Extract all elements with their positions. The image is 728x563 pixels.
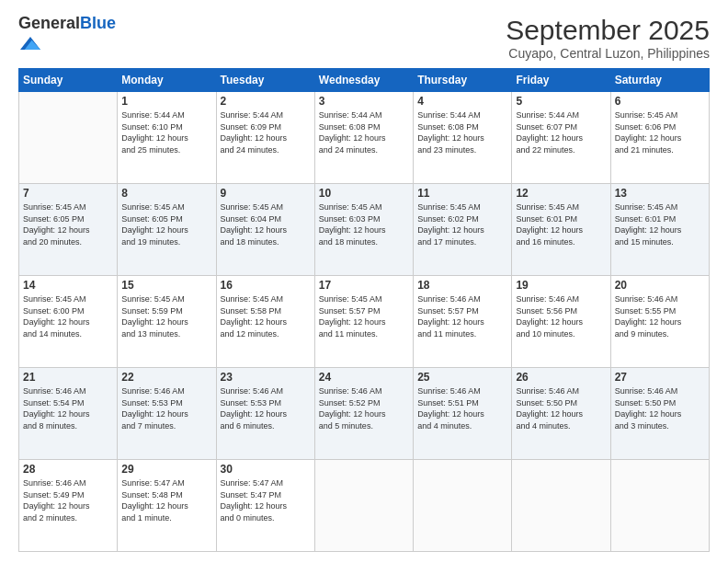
calendar-week-row: 21Sunrise: 5:46 AM Sunset: 5:54 PM Dayli… — [19, 368, 710, 460]
table-row: 10Sunrise: 5:45 AM Sunset: 6:03 PM Dayli… — [314, 184, 413, 276]
day-number: 16 — [221, 279, 311, 292]
day-number: 4 — [417, 95, 507, 108]
col-sunday: Sunday — [19, 69, 118, 92]
calendar-header-row: Sunday Monday Tuesday Wednesday Thursday… — [19, 69, 710, 92]
title-block: September 2025 Cuyapo, Central Luzon, Ph… — [506, 15, 710, 61]
header: GeneralBlue September 2025 Cuyapo, Centr… — [18, 15, 710, 61]
day-number: 25 — [417, 371, 507, 384]
table-row: 25Sunrise: 5:46 AM Sunset: 5:51 PM Dayli… — [414, 368, 512, 460]
table-row: 26Sunrise: 5:46 AM Sunset: 5:50 PM Dayli… — [512, 368, 610, 460]
calendar-table: Sunday Monday Tuesday Wednesday Thursday… — [18, 68, 710, 552]
logo-general: General — [18, 14, 80, 32]
table-row — [19, 92, 118, 184]
table-row — [314, 460, 413, 552]
day-info: Sunrise: 5:46 AM Sunset: 5:53 PM Dayligh… — [221, 385, 311, 431]
table-row: 21Sunrise: 5:46 AM Sunset: 5:54 PM Dayli… — [19, 368, 118, 460]
day-info: Sunrise: 5:44 AM Sunset: 6:08 PM Dayligh… — [417, 109, 507, 155]
table-row: 7Sunrise: 5:45 AM Sunset: 6:05 PM Daylig… — [19, 184, 118, 276]
table-row: 28Sunrise: 5:46 AM Sunset: 5:49 PM Dayli… — [19, 460, 118, 552]
table-row: 3Sunrise: 5:44 AM Sunset: 6:08 PM Daylig… — [314, 92, 413, 184]
table-row: 22Sunrise: 5:46 AM Sunset: 5:53 PM Dayli… — [118, 368, 216, 460]
day-number: 22 — [121, 371, 211, 384]
day-info: Sunrise: 5:46 AM Sunset: 5:56 PM Dayligh… — [516, 293, 606, 339]
day-info: Sunrise: 5:44 AM Sunset: 6:09 PM Dayligh… — [221, 109, 311, 155]
day-number: 3 — [319, 95, 409, 108]
day-info: Sunrise: 5:45 AM Sunset: 6:01 PM Dayligh… — [615, 201, 705, 247]
day-number: 29 — [121, 463, 211, 476]
day-number: 9 — [221, 187, 311, 200]
day-number: 7 — [23, 187, 113, 200]
table-row — [610, 460, 709, 552]
table-row — [414, 460, 512, 552]
day-info: Sunrise: 5:45 AM Sunset: 5:59 PM Dayligh… — [121, 293, 211, 339]
day-info: Sunrise: 5:45 AM Sunset: 6:05 PM Dayligh… — [121, 201, 211, 247]
day-info: Sunrise: 5:45 AM Sunset: 6:05 PM Dayligh… — [23, 201, 113, 247]
table-row: 2Sunrise: 5:44 AM Sunset: 6:09 PM Daylig… — [216, 92, 314, 184]
logo-blue: Blue — [80, 14, 116, 32]
col-saturday: Saturday — [610, 69, 709, 92]
table-row: 18Sunrise: 5:46 AM Sunset: 5:57 PM Dayli… — [414, 276, 512, 368]
day-info: Sunrise: 5:46 AM Sunset: 5:55 PM Dayligh… — [615, 293, 705, 339]
table-row: 4Sunrise: 5:44 AM Sunset: 6:08 PM Daylig… — [414, 92, 512, 184]
table-row: 20Sunrise: 5:46 AM Sunset: 5:55 PM Dayli… — [610, 276, 709, 368]
table-row: 6Sunrise: 5:45 AM Sunset: 6:06 PM Daylig… — [610, 92, 709, 184]
day-number: 14 — [23, 279, 113, 292]
day-number: 15 — [121, 279, 211, 292]
day-number: 2 — [221, 95, 311, 108]
day-number: 26 — [516, 371, 606, 384]
day-number: 13 — [615, 187, 705, 200]
day-number: 5 — [516, 95, 606, 108]
logo: GeneralBlue — [18, 15, 116, 57]
table-row: 13Sunrise: 5:45 AM Sunset: 6:01 PM Dayli… — [610, 184, 709, 276]
table-row — [512, 460, 610, 552]
table-row: 29Sunrise: 5:47 AM Sunset: 5:48 PM Dayli… — [118, 460, 216, 552]
day-info: Sunrise: 5:46 AM Sunset: 5:50 PM Dayligh… — [615, 385, 705, 431]
day-number: 24 — [319, 371, 409, 384]
day-info: Sunrise: 5:45 AM Sunset: 6:06 PM Dayligh… — [615, 109, 705, 155]
table-row: 15Sunrise: 5:45 AM Sunset: 5:59 PM Dayli… — [118, 276, 216, 368]
day-info: Sunrise: 5:45 AM Sunset: 6:00 PM Dayligh… — [23, 293, 113, 339]
day-info: Sunrise: 5:45 AM Sunset: 5:58 PM Dayligh… — [221, 293, 311, 339]
calendar-week-row: 28Sunrise: 5:46 AM Sunset: 5:49 PM Dayli… — [19, 460, 710, 552]
day-info: Sunrise: 5:46 AM Sunset: 5:52 PM Dayligh… — [319, 385, 409, 431]
day-info: Sunrise: 5:47 AM Sunset: 5:47 PM Dayligh… — [221, 477, 311, 523]
col-thursday: Thursday — [414, 69, 512, 92]
table-row: 14Sunrise: 5:45 AM Sunset: 6:00 PM Dayli… — [19, 276, 118, 368]
day-info: Sunrise: 5:44 AM Sunset: 6:07 PM Dayligh… — [516, 109, 606, 155]
day-number: 6 — [615, 95, 705, 108]
day-number: 30 — [221, 463, 311, 476]
day-number: 8 — [121, 187, 211, 200]
table-row: 11Sunrise: 5:45 AM Sunset: 6:02 PM Dayli… — [414, 184, 512, 276]
day-info: Sunrise: 5:46 AM Sunset: 5:53 PM Dayligh… — [121, 385, 211, 431]
day-number: 11 — [417, 187, 507, 200]
table-row: 17Sunrise: 5:45 AM Sunset: 5:57 PM Dayli… — [314, 276, 413, 368]
table-row: 16Sunrise: 5:45 AM Sunset: 5:58 PM Dayli… — [216, 276, 314, 368]
day-number: 20 — [615, 279, 705, 292]
day-info: Sunrise: 5:45 AM Sunset: 6:04 PM Dayligh… — [221, 201, 311, 247]
table-row: 24Sunrise: 5:46 AM Sunset: 5:52 PM Dayli… — [314, 368, 413, 460]
day-number: 23 — [221, 371, 311, 384]
day-number: 12 — [516, 187, 606, 200]
day-info: Sunrise: 5:47 AM Sunset: 5:48 PM Dayligh… — [121, 477, 211, 523]
table-row: 27Sunrise: 5:46 AM Sunset: 5:50 PM Dayli… — [610, 368, 709, 460]
table-row: 8Sunrise: 5:45 AM Sunset: 6:05 PM Daylig… — [118, 184, 216, 276]
day-number: 18 — [417, 279, 507, 292]
day-number: 1 — [121, 95, 211, 108]
day-info: Sunrise: 5:46 AM Sunset: 5:49 PM Dayligh… — [23, 477, 113, 523]
day-info: Sunrise: 5:46 AM Sunset: 5:51 PM Dayligh… — [417, 385, 507, 431]
table-row: 23Sunrise: 5:46 AM Sunset: 5:53 PM Dayli… — [216, 368, 314, 460]
day-info: Sunrise: 5:45 AM Sunset: 6:02 PM Dayligh… — [417, 201, 507, 247]
table-row: 12Sunrise: 5:45 AM Sunset: 6:01 PM Dayli… — [512, 184, 610, 276]
col-wednesday: Wednesday — [314, 69, 413, 92]
day-number: 21 — [23, 371, 113, 384]
calendar-week-row: 7Sunrise: 5:45 AM Sunset: 6:05 PM Daylig… — [19, 184, 710, 276]
day-info: Sunrise: 5:44 AM Sunset: 6:08 PM Dayligh… — [319, 109, 409, 155]
table-row: 1Sunrise: 5:44 AM Sunset: 6:10 PM Daylig… — [118, 92, 216, 184]
day-info: Sunrise: 5:45 AM Sunset: 6:03 PM Dayligh… — [319, 201, 409, 247]
day-number: 27 — [615, 371, 705, 384]
day-number: 17 — [319, 279, 409, 292]
page: GeneralBlue September 2025 Cuyapo, Centr… — [0, 0, 728, 563]
day-info: Sunrise: 5:45 AM Sunset: 6:01 PM Dayligh… — [516, 201, 606, 247]
month-title: September 2025 — [506, 15, 710, 46]
calendar-week-row: 1Sunrise: 5:44 AM Sunset: 6:10 PM Daylig… — [19, 92, 710, 184]
